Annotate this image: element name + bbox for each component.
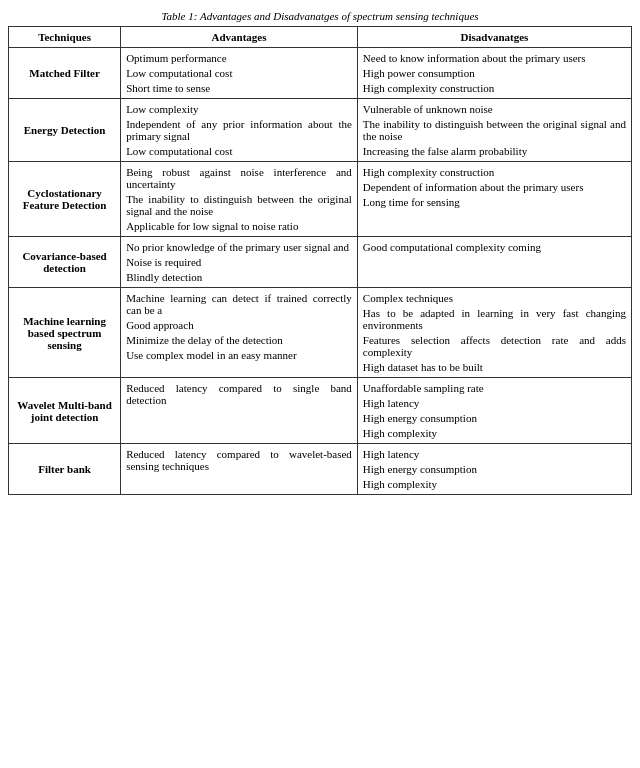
list-item: Features selection affects detection rat… xyxy=(363,334,626,358)
header-disadvantages: Disadvanatges xyxy=(357,27,631,48)
advantages-cell: Machine learning can detect if trained c… xyxy=(121,288,358,378)
list-item: Need to know information about the prima… xyxy=(363,52,626,64)
list-item: Increasing the false alarm probability xyxy=(363,145,626,157)
advantages-cell: Reduced latency compared to single band … xyxy=(121,378,358,444)
list-item: Optimum performance xyxy=(126,52,352,64)
technique-cell: Machine learning based spectrum sensing xyxy=(9,288,121,378)
list-item: Noise is required xyxy=(126,256,352,268)
list-item: High latency xyxy=(363,448,626,460)
technique-cell: Wavelet Multi-band joint detection xyxy=(9,378,121,444)
disadvantages-cell: Good computational complexity coming xyxy=(357,237,631,288)
list-item: Unaffordable sampling rate xyxy=(363,382,626,394)
advantages-cell: Reduced latency compared to wavelet-base… xyxy=(121,444,358,495)
list-item: Dependent of information about the prima… xyxy=(363,181,626,193)
list-item: Minimize the delay of the detection xyxy=(126,334,352,346)
disadvantages-cell: Vulnerable of unknown noiseThe inability… xyxy=(357,99,631,162)
disadvantages-cell: Need to know information about the prima… xyxy=(357,48,631,99)
list-item: Complex techniques xyxy=(363,292,626,304)
list-item: High energy consumption xyxy=(363,412,626,424)
list-item: Independent of any prior information abo… xyxy=(126,118,352,142)
list-item: No prior knowledge of the primary user s… xyxy=(126,241,352,253)
header-advantages: Advantages xyxy=(121,27,358,48)
list-item: High power consumption xyxy=(363,67,626,79)
list-item: High latency xyxy=(363,397,626,409)
list-item: The inability to distinguish between the… xyxy=(126,193,352,217)
list-item: The inability to distinguish between the… xyxy=(363,118,626,142)
advantages-cell: Low complexityIndependent of any prior i… xyxy=(121,99,358,162)
technique-cell: Filter bank xyxy=(9,444,121,495)
technique-cell: Covariance-based detection xyxy=(9,237,121,288)
list-item: Being robust against noise interference … xyxy=(126,166,352,190)
list-item: Use complex model in an easy manner xyxy=(126,349,352,361)
list-item: Blindly detection xyxy=(126,271,352,283)
list-item: Good computational complexity coming xyxy=(363,241,626,253)
advantages-cell: No prior knowledge of the primary user s… xyxy=(121,237,358,288)
list-item: Machine learning can detect if trained c… xyxy=(126,292,352,316)
list-item: High complexity construction xyxy=(363,166,626,178)
disadvantages-cell: High latencyHigh energy consumptionHigh … xyxy=(357,444,631,495)
list-item: Long time for sensing xyxy=(363,196,626,208)
disadvantages-cell: Unaffordable sampling rateHigh latencyHi… xyxy=(357,378,631,444)
list-item: High complexity xyxy=(363,478,626,490)
list-item: Reduced latency compared to single band … xyxy=(126,382,352,406)
list-item: Good approach xyxy=(126,319,352,331)
list-item: High dataset has to be built xyxy=(363,361,626,373)
technique-cell: Energy Detection xyxy=(9,99,121,162)
advantages-cell: Optimum performanceLow computational cos… xyxy=(121,48,358,99)
list-item: High complexity xyxy=(363,427,626,439)
technique-cell: Matched Filter xyxy=(9,48,121,99)
list-item: Low computational cost xyxy=(126,145,352,157)
disadvantages-cell: High complexity constructionDependent of… xyxy=(357,162,631,237)
header-technique: Techniques xyxy=(9,27,121,48)
list-item: High complexity construction xyxy=(363,82,626,94)
technique-cell: Cyclostationary Feature Detection xyxy=(9,162,121,237)
spectrum-sensing-table: Techniques Advantages Disadvanatges Matc… xyxy=(8,26,632,495)
list-item: Has to be adapted in learning in very fa… xyxy=(363,307,626,331)
disadvantages-cell: Complex techniquesHas to be adapted in l… xyxy=(357,288,631,378)
list-item: Short time to sense xyxy=(126,82,352,94)
table-title: Table 1: Advantages and Disadvanatges of… xyxy=(8,10,632,22)
list-item: Reduced latency compared to wavelet-base… xyxy=(126,448,352,472)
list-item: Low complexity xyxy=(126,103,352,115)
list-item: Vulnerable of unknown noise xyxy=(363,103,626,115)
advantages-cell: Being robust against noise interference … xyxy=(121,162,358,237)
list-item: Applicable for low signal to noise ratio xyxy=(126,220,352,232)
list-item: Low computational cost xyxy=(126,67,352,79)
list-item: High energy consumption xyxy=(363,463,626,475)
